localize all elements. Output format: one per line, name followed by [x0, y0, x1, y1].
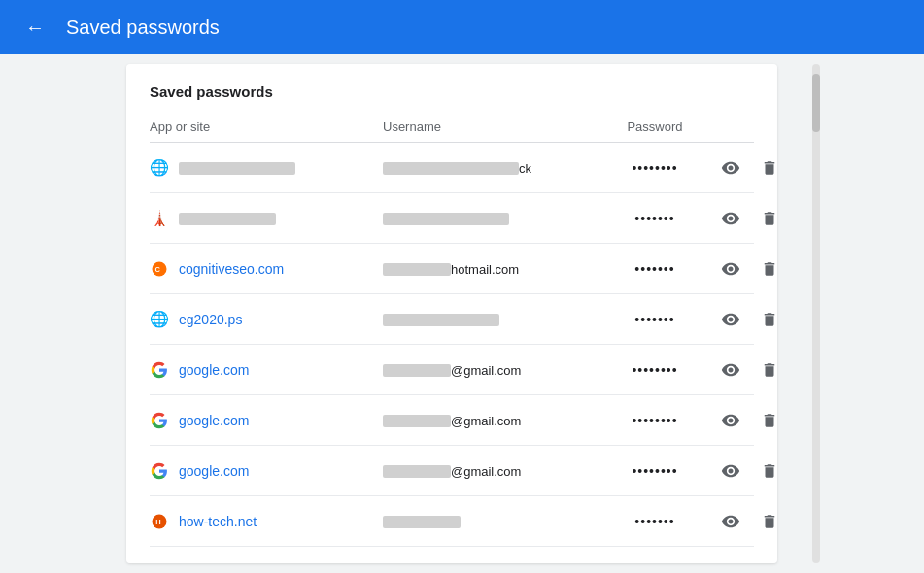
svg-text:H: H — [155, 518, 160, 526]
content-wrapper: Saved passwords App or site Username Pas… — [0, 54, 924, 573]
show-password-button[interactable] — [713, 201, 748, 236]
delete-button[interactable] — [752, 151, 777, 185]
table-header: App or site Username Password — [150, 112, 754, 143]
show-password-button[interactable] — [713, 403, 748, 438]
site-link[interactable]: cognitiveseo.com — [179, 261, 284, 277]
username-cell — [383, 514, 597, 529]
google-icon — [150, 360, 169, 380]
table-row: 🌐 ck •••••••• — [150, 143, 754, 193]
show-password-button[interactable] — [713, 504, 748, 539]
show-password-button[interactable] — [713, 252, 748, 286]
how-tech-icon: H — [150, 512, 169, 531]
site-cell: 🌐 eg2020.ps — [150, 310, 383, 329]
google-icon — [150, 461, 169, 481]
delete-button[interactable] — [752, 504, 777, 539]
delete-button[interactable] — [752, 454, 777, 489]
table-container: App or site Username Password 🌐 ck — [126, 112, 777, 547]
site-cell: google.com — [150, 461, 383, 481]
table-row: google.com @gmail.com •••••••• — [150, 395, 754, 446]
right-space — [777, 54, 855, 573]
google-icon — [150, 411, 169, 430]
password-cell: •••••••• — [597, 413, 713, 428]
table-row: google.com @gmail.com •••••••• — [150, 446, 754, 496]
show-password-button[interactable] — [713, 454, 748, 489]
password-cell: ••••••• — [597, 514, 713, 529]
show-password-button[interactable] — [713, 353, 748, 388]
delete-button[interactable] — [752, 201, 777, 236]
username-cell: @gmail.com — [383, 413, 597, 428]
show-password-button[interactable] — [713, 151, 748, 185]
delete-button[interactable] — [752, 353, 777, 388]
username-cell — [383, 312, 597, 327]
section-title: Saved passwords — [126, 64, 777, 112]
table-row: 🌐 eg2020.ps ••••••• — [150, 294, 754, 345]
username-cell — [383, 211, 597, 226]
main-panel: Saved passwords App or site Username Pas… — [126, 64, 777, 563]
col-password-header: Password — [597, 119, 713, 134]
username-cell: hotmail.com — [383, 261, 597, 277]
password-cell: •••••••• — [597, 362, 713, 378]
table-row: H how-tech.net ••••••• — [150, 496, 754, 547]
site-link[interactable]: google.com — [179, 362, 249, 378]
delete-button[interactable] — [752, 302, 777, 337]
username-cell: @gmail.com — [383, 463, 597, 479]
username-cell: ck — [383, 160, 597, 176]
site-link[interactable]: eg2020.ps — [179, 312, 242, 327]
password-cell: ••••••• — [597, 261, 713, 277]
scrollbar-thumb[interactable] — [812, 74, 820, 132]
site-cell: google.com — [150, 360, 383, 380]
cog-icon: C — [150, 259, 169, 279]
table-row: C cognitiveseo.com hotmail.com ••••••• — [150, 244, 754, 294]
password-cell: •••••••• — [597, 160, 713, 176]
site-cell: H how-tech.net — [150, 512, 383, 531]
page-title: Saved passwords — [66, 17, 220, 39]
globe-icon: 🌐 — [150, 158, 169, 178]
site-cell: 🌐 — [150, 158, 383, 178]
show-password-button[interactable] — [713, 302, 748, 337]
site-link[interactable] — [179, 211, 276, 226]
site-cell: 🗼 — [150, 209, 383, 228]
compass-icon: 🗼 — [150, 209, 169, 228]
svg-text:C: C — [155, 265, 161, 274]
site-cell: google.com — [150, 411, 383, 430]
password-cell: ••••••• — [597, 211, 713, 226]
header-bar: ← Saved passwords — [0, 0, 924, 54]
col-username-header: Username — [383, 119, 597, 134]
site-link[interactable]: how-tech.net — [179, 514, 257, 529]
site-cell: C cognitiveseo.com — [150, 259, 383, 279]
username-cell: @gmail.com — [383, 362, 597, 378]
back-button[interactable]: ← — [19, 12, 51, 43]
col-site-header: App or site — [150, 119, 383, 134]
scrollbar-track[interactable] — [812, 64, 820, 563]
password-cell: •••••••• — [597, 463, 713, 479]
delete-button[interactable] — [752, 252, 777, 286]
table-row: 🗼 ••••••• — [150, 193, 754, 244]
left-space — [0, 54, 126, 573]
password-cell: ••••••• — [597, 312, 713, 327]
globe-icon: 🌐 — [150, 310, 169, 329]
site-link[interactable]: google.com — [179, 413, 249, 428]
site-link[interactable]: google.com — [179, 463, 249, 479]
site-link[interactable] — [179, 160, 295, 176]
table-row: google.com @gmail.com •••••••• — [150, 345, 754, 395]
delete-button[interactable] — [752, 403, 777, 438]
